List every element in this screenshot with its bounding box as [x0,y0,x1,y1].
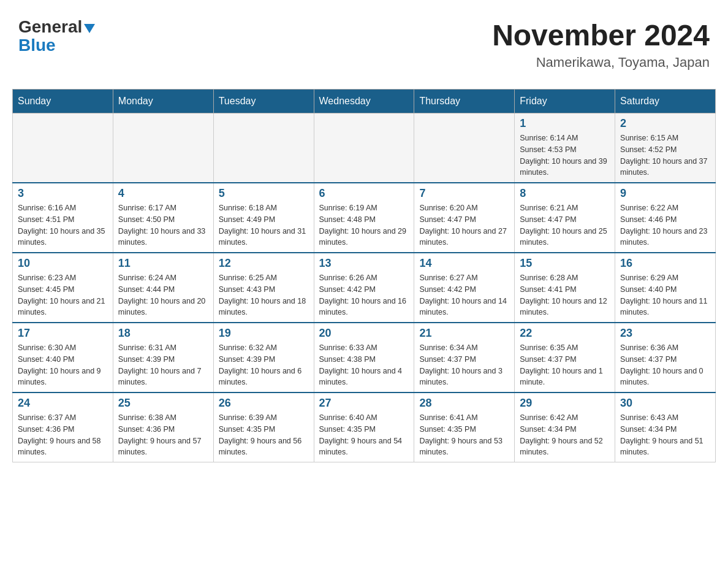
day-number: 9 [620,187,710,200]
column-header-sunday: Sunday [13,90,113,113]
day-info: Sunrise: 6:36 AM Sunset: 4:37 PM Dayligh… [620,342,710,388]
calendar-cell: 24Sunrise: 6:37 AM Sunset: 4:36 PM Dayli… [13,393,113,462]
day-number: 12 [219,257,309,270]
column-header-monday: Monday [113,90,213,113]
day-info: Sunrise: 6:19 AM Sunset: 4:48 PM Dayligh… [319,202,409,248]
day-info: Sunrise: 6:25 AM Sunset: 4:43 PM Dayligh… [219,272,309,318]
day-info: Sunrise: 6:15 AM Sunset: 4:52 PM Dayligh… [620,132,710,178]
calendar-week-row: 17Sunrise: 6:30 AM Sunset: 4:40 PM Dayli… [13,323,716,393]
day-info: Sunrise: 6:28 AM Sunset: 4:41 PM Dayligh… [520,272,610,318]
calendar-cell: 27Sunrise: 6:40 AM Sunset: 4:35 PM Dayli… [314,393,414,462]
day-number: 4 [118,187,208,200]
calendar-cell: 16Sunrise: 6:29 AM Sunset: 4:40 PM Dayli… [615,253,716,323]
calendar-cell: 6Sunrise: 6:19 AM Sunset: 4:48 PM Daylig… [314,183,414,253]
logo: General Blue [18,18,95,55]
title-area: November 2024 Namerikawa, Toyama, Japan [492,18,710,71]
day-number: 8 [520,187,610,200]
day-info: Sunrise: 6:21 AM Sunset: 4:47 PM Dayligh… [520,202,610,248]
calendar-cell: 26Sunrise: 6:39 AM Sunset: 4:35 PM Dayli… [213,393,314,462]
calendar-header-row: SundayMondayTuesdayWednesdayThursdayFrid… [13,90,716,113]
day-info: Sunrise: 6:20 AM Sunset: 4:47 PM Dayligh… [419,202,509,248]
day-number: 1 [520,117,610,130]
calendar-cell: 13Sunrise: 6:26 AM Sunset: 4:42 PM Dayli… [314,253,414,323]
day-number: 19 [219,327,309,340]
day-info: Sunrise: 6:24 AM Sunset: 4:44 PM Dayligh… [118,272,208,318]
day-info: Sunrise: 6:42 AM Sunset: 4:34 PM Dayligh… [520,412,610,458]
calendar-week-row: 10Sunrise: 6:23 AM Sunset: 4:45 PM Dayli… [13,253,716,323]
calendar-cell: 10Sunrise: 6:23 AM Sunset: 4:45 PM Dayli… [13,253,113,323]
calendar-cell: 25Sunrise: 6:38 AM Sunset: 4:36 PM Dayli… [113,393,213,462]
calendar-cell: 7Sunrise: 6:20 AM Sunset: 4:47 PM Daylig… [414,183,515,253]
day-info: Sunrise: 6:31 AM Sunset: 4:39 PM Dayligh… [118,342,208,388]
day-info: Sunrise: 6:33 AM Sunset: 4:38 PM Dayligh… [319,342,409,388]
day-info: Sunrise: 6:39 AM Sunset: 4:35 PM Dayligh… [219,412,309,458]
column-header-saturday: Saturday [615,90,716,113]
day-number: 17 [18,327,108,340]
calendar-cell: 23Sunrise: 6:36 AM Sunset: 4:37 PM Dayli… [615,323,716,393]
calendar-cell: 19Sunrise: 6:32 AM Sunset: 4:39 PM Dayli… [213,323,314,393]
day-info: Sunrise: 6:22 AM Sunset: 4:46 PM Dayligh… [620,202,710,248]
day-info: Sunrise: 6:16 AM Sunset: 4:51 PM Dayligh… [18,202,108,248]
calendar-cell [13,113,113,183]
calendar-cell: 29Sunrise: 6:42 AM Sunset: 4:34 PM Dayli… [515,393,615,462]
calendar-cell: 9Sunrise: 6:22 AM Sunset: 4:46 PM Daylig… [615,183,716,253]
calendar-cell: 17Sunrise: 6:30 AM Sunset: 4:40 PM Dayli… [13,323,113,393]
day-number: 7 [419,187,509,200]
calendar-cell: 11Sunrise: 6:24 AM Sunset: 4:44 PM Dayli… [113,253,213,323]
day-number: 3 [18,187,108,200]
day-info: Sunrise: 6:17 AM Sunset: 4:50 PM Dayligh… [118,202,208,248]
day-info: Sunrise: 6:34 AM Sunset: 4:37 PM Dayligh… [419,342,509,388]
day-number: 28 [419,397,509,410]
day-info: Sunrise: 6:26 AM Sunset: 4:42 PM Dayligh… [319,272,409,318]
calendar-cell [113,113,213,183]
calendar-cell: 2Sunrise: 6:15 AM Sunset: 4:52 PM Daylig… [615,113,716,183]
calendar-cell: 5Sunrise: 6:18 AM Sunset: 4:49 PM Daylig… [213,183,314,253]
day-number: 16 [620,257,710,270]
calendar-cell: 12Sunrise: 6:25 AM Sunset: 4:43 PM Dayli… [213,253,314,323]
column-header-tuesday: Tuesday [213,90,314,113]
day-number: 26 [219,397,309,410]
calendar-cell: 8Sunrise: 6:21 AM Sunset: 4:47 PM Daylig… [515,183,615,253]
calendar-cell: 4Sunrise: 6:17 AM Sunset: 4:50 PM Daylig… [113,183,213,253]
calendar-cell: 30Sunrise: 6:43 AM Sunset: 4:34 PM Dayli… [615,393,716,462]
month-title: November 2024 [492,18,710,52]
calendar-week-row: 1Sunrise: 6:14 AM Sunset: 4:53 PM Daylig… [13,113,716,183]
day-info: Sunrise: 6:27 AM Sunset: 4:42 PM Dayligh… [419,272,509,318]
day-number: 6 [319,187,409,200]
column-header-wednesday: Wednesday [314,90,414,113]
day-number: 15 [520,257,610,270]
day-number: 14 [419,257,509,270]
column-header-friday: Friday [515,90,615,113]
day-number: 21 [419,327,509,340]
calendar-table: SundayMondayTuesdayWednesdayThursdayFrid… [12,89,716,462]
day-number: 2 [620,117,710,130]
day-number: 25 [118,397,208,410]
day-info: Sunrise: 6:43 AM Sunset: 4:34 PM Dayligh… [620,412,710,458]
day-number: 5 [219,187,309,200]
day-number: 24 [18,397,108,410]
day-number: 10 [18,257,108,270]
day-number: 13 [319,257,409,270]
page-header: General Blue November 2024 Namerikawa, T… [12,12,716,77]
calendar-cell [314,113,414,183]
logo-blue-text: Blue [18,36,56,55]
day-number: 27 [319,397,409,410]
logo-general-text: General [18,18,82,36]
calendar-cell: 1Sunrise: 6:14 AM Sunset: 4:53 PM Daylig… [515,113,615,183]
day-info: Sunrise: 6:14 AM Sunset: 4:53 PM Dayligh… [520,132,610,178]
calendar-cell [414,113,515,183]
column-header-thursday: Thursday [414,90,515,113]
day-info: Sunrise: 6:32 AM Sunset: 4:39 PM Dayligh… [219,342,309,388]
calendar-cell: 3Sunrise: 6:16 AM Sunset: 4:51 PM Daylig… [13,183,113,253]
calendar-week-row: 3Sunrise: 6:16 AM Sunset: 4:51 PM Daylig… [13,183,716,253]
day-info: Sunrise: 6:29 AM Sunset: 4:40 PM Dayligh… [620,272,710,318]
day-number: 23 [620,327,710,340]
calendar-cell: 15Sunrise: 6:28 AM Sunset: 4:41 PM Dayli… [515,253,615,323]
day-info: Sunrise: 6:37 AM Sunset: 4:36 PM Dayligh… [18,412,108,458]
calendar-week-row: 24Sunrise: 6:37 AM Sunset: 4:36 PM Dayli… [13,393,716,462]
day-info: Sunrise: 6:38 AM Sunset: 4:36 PM Dayligh… [118,412,208,458]
calendar-cell: 22Sunrise: 6:35 AM Sunset: 4:37 PM Dayli… [515,323,615,393]
day-number: 18 [118,327,208,340]
location-subtitle: Namerikawa, Toyama, Japan [492,55,710,71]
calendar-cell [213,113,314,183]
